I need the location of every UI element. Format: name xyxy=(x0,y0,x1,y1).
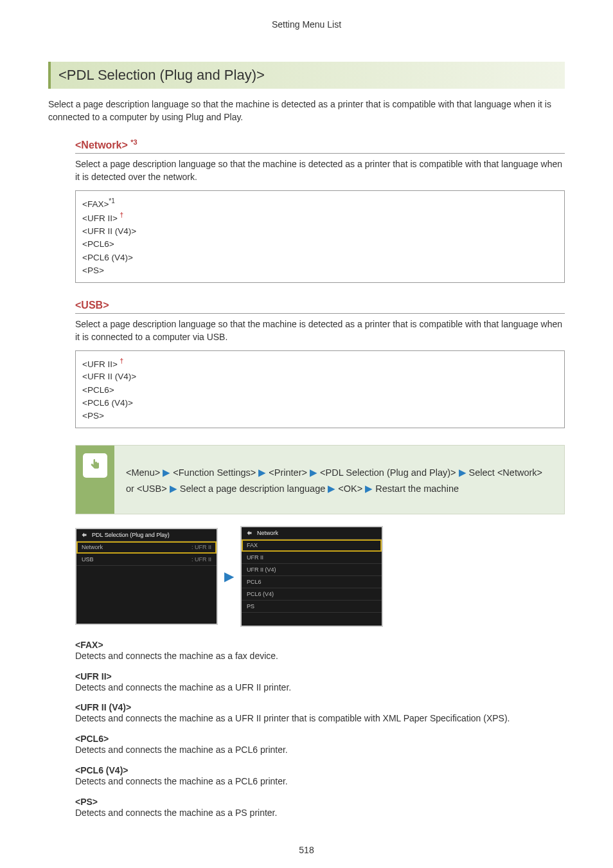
def-title: <UFR II> xyxy=(75,671,565,682)
screen-row-value: : UFR II xyxy=(191,544,211,550)
arrow-icon: ▶ xyxy=(365,484,373,494)
opt-ufr2-label: <UFR II> xyxy=(82,213,118,223)
page-number: 518 xyxy=(48,845,565,855)
network-desc: Select a page description language so th… xyxy=(75,158,565,184)
screen-right-title: Network xyxy=(257,530,278,536)
arrow-icon: ▶ xyxy=(170,484,177,494)
screen-row-label: FAX xyxy=(247,542,258,548)
opt-ufr2v4: <UFR II (V4)> xyxy=(82,225,558,238)
opt-fax-sup: *1 xyxy=(109,197,114,204)
def-ps: <PS> Detects and connects the machine as… xyxy=(75,797,565,819)
screen-row-label: PCL6 (V4) xyxy=(247,591,274,597)
nav-printer: <Printer> xyxy=(269,467,307,478)
screen-row-network[interactable]: Network : UFR II xyxy=(76,541,217,554)
def-body: Detects and connects the machine as a PS… xyxy=(75,807,565,819)
hand-icon xyxy=(83,453,107,478)
arrow-icon: ▶ xyxy=(328,484,335,494)
screen-row-fax[interactable]: FAX xyxy=(242,539,382,552)
back-arrow-icon xyxy=(80,531,88,539)
network-heading: <Network> *3 xyxy=(75,138,565,154)
usb-heading: <USB> xyxy=(75,300,565,314)
opt-u-ufr2: <UFR II> † xyxy=(82,356,558,371)
usb-desc: Select a page description language so th… xyxy=(75,318,565,344)
doc-header: Setting Menu List xyxy=(48,19,565,30)
arrow-icon: ▶ xyxy=(163,467,170,478)
screen-row-pcl6[interactable]: PCL6 xyxy=(242,576,382,588)
main-intro: Select a page description language so th… xyxy=(48,98,565,124)
screen-row-label: UFR II xyxy=(247,554,263,561)
screen-row-label: PS xyxy=(247,603,254,610)
def-title: <UFR II (V4)> xyxy=(75,702,565,712)
usb-section: <USB> Select a page description language… xyxy=(75,300,565,428)
screen-right-footer xyxy=(242,613,382,626)
screen-left-footer xyxy=(76,611,217,624)
opt-u-ps: <PS> xyxy=(82,410,558,422)
opt-pcl6: <PCL6> xyxy=(82,238,558,251)
def-pcl6: <PCL6> Detects and connects the machine … xyxy=(75,734,565,756)
screen-row-ufr2v4[interactable]: UFR II (V4) xyxy=(242,564,382,576)
def-body: Detects and connects the machine as a PC… xyxy=(75,775,565,788)
nav-icon-cell xyxy=(76,446,114,513)
screen-row-label: Network xyxy=(82,544,103,550)
def-body: Detects and connects the machine as a UF… xyxy=(75,682,565,694)
def-title: <PCL6 (V4)> xyxy=(75,765,565,775)
def-title: <PS> xyxy=(75,797,565,807)
def-title: <PCL6> xyxy=(75,734,565,744)
opt-ps: <PS> xyxy=(82,264,558,277)
screen-left-header: PDL Selection (Plug and Play) xyxy=(76,529,217,541)
opt-u-ufr2-label: <UFR II> xyxy=(82,359,118,368)
network-heading-sup: *3 xyxy=(130,138,137,146)
def-body: Detects and connects the machine as a fa… xyxy=(75,650,565,662)
nav-menu: <Menu> xyxy=(126,467,160,478)
network-section: <Network> *3 Select a page description l… xyxy=(75,138,565,283)
opt-fax: <FAX>*1 xyxy=(82,196,558,211)
dagger-icon: † xyxy=(120,212,124,219)
nav-path-box: <Menu> ▶ <Function Settings> ▶ <Printer>… xyxy=(75,445,565,514)
opt-u-pcl6v4: <PCL6 (V4)> xyxy=(82,397,558,410)
arrow-icon: ▶ xyxy=(258,467,266,478)
nav-pdl: <PDL Selection (Plug and Play)> xyxy=(320,467,456,478)
nav-path-text: <Menu> ▶ <Function Settings> ▶ <Printer>… xyxy=(114,446,564,513)
screen-row-ps[interactable]: PS xyxy=(242,601,382,613)
definitions: <FAX> Detects and connects the machine a… xyxy=(75,640,565,819)
usb-options: <UFR II> † <UFR II (V4)> <PCL6> <PCL6 (V… xyxy=(75,350,565,429)
opt-ufr2: <UFR II> † xyxy=(82,210,558,225)
screen-row-label: UFR II (V4) xyxy=(247,566,276,573)
back-arrow-icon xyxy=(245,529,253,537)
screen-left-body: Network : UFR II USB : UFR II xyxy=(76,541,217,611)
nav-restart: Restart the machine xyxy=(375,484,459,494)
arrow-icon: ▶ xyxy=(310,467,317,478)
screen-row-value: : UFR II xyxy=(191,556,211,563)
big-arrow-icon: ▶ xyxy=(224,568,234,584)
def-title: <FAX> xyxy=(75,640,565,650)
nav-fs: <Function Settings> xyxy=(173,467,256,478)
def-ufr2v4: <UFR II (V4)> Detects and connects the m… xyxy=(75,702,565,725)
screen-left-title: PDL Selection (Plug and Play) xyxy=(92,532,170,538)
nav-ok: <OK> xyxy=(338,484,362,494)
opt-u-pcl6: <PCL6> xyxy=(82,384,558,397)
screen-row-label: USB xyxy=(82,556,94,563)
arrow-icon: ▶ xyxy=(459,467,466,478)
opt-fax-label: <FAX> xyxy=(82,199,109,208)
def-pcl6v4: <PCL6 (V4)> Detects and connects the mac… xyxy=(75,765,565,788)
screen-row-label: PCL6 xyxy=(247,579,262,585)
screen-left: PDL Selection (Plug and Play) Network : … xyxy=(75,528,218,625)
screen-row-pcl6v4[interactable]: PCL6 (V4) xyxy=(242,588,382,601)
dagger-icon: † xyxy=(120,357,124,365)
screenshots-row: PDL Selection (Plug and Play) Network : … xyxy=(75,526,565,627)
network-options: <FAX>*1 <UFR II> † <UFR II (V4)> <PCL6> … xyxy=(75,190,565,284)
screen-row-usb[interactable]: USB : UFR II xyxy=(76,554,217,566)
main-heading: <PDL Selection (Plug and Play)> xyxy=(48,62,565,89)
def-ufr2: <UFR II> Detects and connects the machin… xyxy=(75,671,565,694)
opt-pcl6v4: <PCL6 (V4)> xyxy=(82,251,558,264)
def-body: Detects and connects the machine as a PC… xyxy=(75,744,565,756)
def-fax: <FAX> Detects and connects the machine a… xyxy=(75,640,565,662)
screen-right-body: FAX UFR II UFR II (V4) PCL6 PCL6 (V4) PS xyxy=(242,539,382,613)
nav-select-lang: Select a page description language xyxy=(180,484,326,494)
network-heading-label: <Network> xyxy=(75,140,128,150)
screen-right-header: Network xyxy=(242,527,382,539)
def-body: Detects and connects the machine as a UF… xyxy=(75,712,565,725)
screen-right: Network FAX UFR II UFR II (V4) PCL6 PCL6… xyxy=(240,526,383,627)
screen-row-ufr2[interactable]: UFR II xyxy=(242,552,382,564)
opt-u-ufr2v4: <UFR II (V4)> xyxy=(82,370,558,383)
